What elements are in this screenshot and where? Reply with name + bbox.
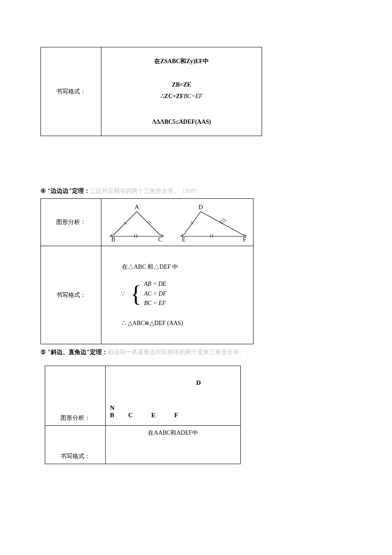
section5-heading: ⑤ "斜边、直角边"定理：斜边和一条直角边对应相等的两个直角三角形全等。	[40, 349, 352, 356]
t1-eq2: ∴ZC=ZFBC=EF	[109, 93, 254, 100]
diagram-analysis-label-3: 图形分析：	[61, 415, 90, 421]
cell-label-format-3: 书写格式：	[45, 426, 106, 464]
circled-4: ④	[40, 188, 46, 194]
t1-line1: 在ZSABC和Zy)EF中	[109, 58, 254, 65]
because-symbol: ∵	[121, 290, 125, 297]
vertex-e: E	[182, 236, 186, 241]
table-aas-format: 书写格式： 在ZSABC和Zy)EF中 ZB=ZE ∴ZC=ZFBC=EF ΛΔ…	[40, 47, 262, 136]
svg-line-2	[147, 222, 150, 224]
cell-proof: 在△ABC 和△DEF 中 ∵ { AB = DE AC = DF BC = E…	[101, 246, 254, 344]
cell-label-format: 书写格式：	[41, 246, 101, 344]
svg-line-3	[148, 221, 151, 223]
eq-bc-ef: BC = EF	[144, 299, 167, 308]
hl-title: "斜边、直角边"定理：	[48, 349, 108, 355]
sss-title: "边边边"定理：	[48, 188, 90, 194]
letter-d: D	[196, 379, 201, 386]
svg-line-9	[221, 220, 225, 222]
table-hl: 图形分析： D N B C E F 书写格式： 在AABC和ADEF中	[45, 366, 241, 464]
cell-content: 在ZSABC和Zy)EF中 ZB=ZE ∴ZC=ZFBC=EF ΛΔΛBC5≤A…	[101, 47, 262, 136]
triangle-abc: A B C	[105, 203, 169, 241]
cell-diagrams: A B C D	[101, 199, 254, 246]
diagram-analysis-label: 图形分析：	[56, 219, 86, 225]
cell-label-diagram-3: 图形分析：	[45, 366, 106, 426]
t1-eq1: ZB=ZE	[109, 81, 254, 88]
left-brace-icon: {	[130, 282, 141, 305]
svg-line-7	[190, 222, 194, 224]
write-format-label-3: 书写格式：	[61, 453, 90, 459]
t2-line1: 在△ABC 和△DEF 中	[122, 263, 245, 271]
circled-5: ⑤	[40, 349, 46, 355]
t1-conclusion: ΛΔΛBC5≤ADEF(AAS)	[109, 119, 254, 125]
write-format-label: 书写格式：	[56, 88, 86, 95]
vertex-f: F	[243, 236, 246, 241]
vertex-b: B	[111, 236, 115, 241]
cell-label-diagram: 图形分析：	[41, 199, 101, 246]
table-sss: 图形分析： A B	[40, 198, 254, 344]
write-format-label-2: 书写格式：	[56, 292, 86, 298]
t2-conclusion: ∴ △ABC≌△DEF (AAS)	[122, 320, 245, 327]
vertex-a: A	[135, 204, 139, 210]
letter-e: E	[143, 412, 164, 419]
letter-n: N	[110, 404, 118, 412]
t3-line1: 在AABC和ADEF中	[148, 430, 198, 436]
eq-ac-df: AC = DF	[144, 289, 167, 299]
vertex-c: C	[158, 236, 162, 241]
sss-desc: 三边对应相等的两个三角形全等。（SSS）	[90, 188, 201, 194]
svg-line-10	[222, 218, 227, 221]
cell-label: 书写格式：	[41, 47, 101, 136]
letter-f: F	[166, 412, 187, 419]
cell-proof-3: 在AABC和ADEF中	[106, 426, 241, 464]
hl-desc: 斜边和一条直角边对应相等的两个直角三角形全等。	[108, 349, 245, 355]
eq-ab-de: AB = DE	[144, 279, 167, 289]
brace-system: ∵ { AB = DE AC = DF BC = EF	[121, 279, 245, 308]
letter-c: C	[120, 412, 141, 419]
letter-b: B	[110, 412, 118, 419]
section4-heading: ④ "边边边"定理：三边对应相等的两个三角形全等。（SSS）	[40, 187, 352, 195]
triangle-def: D E F	[177, 203, 250, 241]
vertex-d: D	[199, 204, 203, 210]
cell-letters: D N B C E F	[106, 366, 241, 426]
